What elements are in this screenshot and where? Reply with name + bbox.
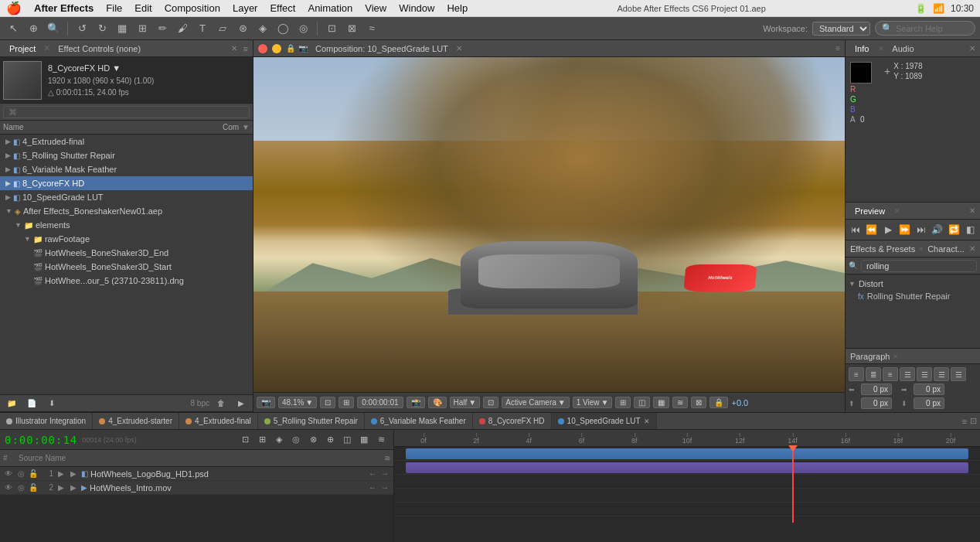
loop-btn[interactable]: 🔁	[948, 223, 961, 237]
last-frame-btn[interactable]: ⏭	[914, 223, 927, 237]
snap-tool[interactable]: ⊠	[343, 20, 360, 37]
justify-right-btn[interactable]: ☰	[934, 367, 949, 381]
timeline-tracks[interactable]: 0f 2f 4f 6f 8f 10f 12f 14f 16f 18f 20f	[394, 430, 980, 542]
layer-lock-btn[interactable]: 🔓	[28, 469, 39, 479]
tl-tab-rolling-shutter[interactable]: 5_Rolling Shutter Repair	[258, 413, 365, 429]
align-right-btn[interactable]: ≡	[883, 367, 898, 381]
view-dropdown[interactable]: 1 View ▼	[573, 397, 613, 408]
effects-presets-tab[interactable]: Effects & Presets	[850, 244, 915, 254]
new-folder-btn[interactable]: 📁	[3, 395, 20, 412]
project-item[interactable]: ▼ 📁 elements	[0, 218, 253, 232]
first-frame-btn[interactable]: ⏮	[849, 223, 862, 237]
pen-tool[interactable]: ✏	[154, 20, 171, 37]
menu-view[interactable]: View	[365, 2, 386, 14]
undo-tool[interactable]: ↺	[73, 20, 90, 37]
menu-help[interactable]: Help	[447, 2, 468, 14]
layer-in-btn[interactable]: ←	[367, 482, 378, 493]
right-arrow-btn[interactable]: ▶	[233, 395, 250, 412]
space-before-input[interactable]	[861, 397, 892, 409]
new-comp-btn[interactable]: 📄	[23, 395, 40, 412]
close-btn[interactable]	[258, 44, 267, 53]
info-panel-close[interactable]: ✕	[969, 44, 975, 53]
selection-tool[interactable]: ↖	[5, 20, 22, 37]
tl-tool-3[interactable]: ◈	[271, 432, 287, 448]
play-btn[interactable]: ▶	[882, 223, 895, 237]
redo-tool[interactable]: ↻	[94, 20, 111, 37]
ep-search-input[interactable]	[861, 260, 977, 272]
project-item[interactable]: ▼ ◈ After Effects_BoneshakerNew01.aep	[0, 204, 253, 218]
project-item[interactable]: ▶ ◧ 10_SpeedGrade LUT	[0, 190, 253, 204]
apple-menu[interactable]: 🍎	[6, 1, 22, 15]
layer-solo-btn[interactable]: ◎	[15, 482, 26, 493]
justify-left-btn[interactable]: ☰	[900, 367, 915, 381]
effect-controls-tab[interactable]: Effect Controls (none)	[53, 43, 145, 55]
expand-btn-2[interactable]: ▶	[68, 482, 79, 493]
tl-tab-mask-feather[interactable]: 6_Variable Mask Feather	[365, 413, 473, 429]
menu-edit[interactable]: Edit	[134, 2, 151, 14]
align-center-btn[interactable]: ≣	[866, 367, 881, 381]
quality-dropdown[interactable]: Half ▼	[450, 397, 481, 408]
fit-btn[interactable]: ⊡	[320, 397, 335, 408]
grid-btn[interactable]: ⊞	[339, 397, 354, 408]
tl-tool-2[interactable]: ⊞	[254, 432, 270, 448]
comp-viewport[interactable]: HotWheels	[254, 57, 845, 392]
shape-tool[interactable]: ▱	[214, 20, 231, 37]
tl-tab-cycoreFX[interactable]: 8_CycoreFX HD	[473, 413, 552, 429]
menu-effect[interactable]: Effect	[270, 2, 295, 14]
rotation-tool[interactable]: ⊕	[25, 20, 42, 37]
trash-btn[interactable]: 🗑	[213, 395, 230, 412]
layer-out-btn[interactable]: →	[379, 469, 390, 479]
snapshot-btn[interactable]: 📷	[257, 397, 275, 408]
search-input[interactable]	[896, 24, 973, 33]
tl-solo-btn[interactable]: ≡	[962, 417, 967, 426]
project-item[interactable]: ▶ ◧ 5_Rolling Shutter Repair	[0, 148, 253, 162]
menu-animation[interactable]: Animation	[308, 2, 352, 14]
tl-tab-speedgrade[interactable]: 10_SpeedGrade LUT ✕	[552, 413, 657, 429]
project-item-selected[interactable]: ▶ ◧ 8_CycoreFX HD	[0, 176, 253, 190]
expr-tool[interactable]: ≈	[363, 20, 380, 37]
transparency-btn[interactable]: ⊡	[483, 397, 499, 408]
eraser-tool[interactable]: ◯	[274, 20, 291, 37]
3d-btn[interactable]: ◫	[634, 397, 650, 408]
tl-tool-5[interactable]: ⊗	[305, 432, 321, 448]
panel-menu-btn[interactable]: ≡	[243, 44, 248, 53]
layer-lock-btn[interactable]: 🔓	[28, 482, 39, 493]
indent-left-input[interactable]	[861, 383, 892, 395]
ram-btn[interactable]: ◧	[964, 223, 977, 237]
text-tool[interactable]: T	[194, 20, 211, 37]
tl-tab-extruded-final[interactable]: 4_Extruded-final	[179, 413, 258, 429]
next-frame-btn[interactable]: ⏩	[898, 223, 911, 237]
project-item[interactable]: 🎬 HotWheels_BoneShaker3D_End	[0, 246, 253, 260]
minimize-btn[interactable]	[272, 44, 281, 53]
tl-tool-1[interactable]: ⊡	[237, 432, 253, 448]
menu-aftereffects[interactable]: After Effects	[34, 2, 94, 14]
layer-in-btn[interactable]: ←	[367, 469, 378, 479]
tl-comp-settings-btn[interactable]: ⊡	[970, 416, 977, 426]
align-left-btn[interactable]: ≡	[849, 367, 864, 381]
lock-view-btn[interactable]: 🔒	[709, 397, 728, 408]
tl-tab-illustrator[interactable]: Illustrator Integration	[0, 413, 93, 429]
tl-tool-8[interactable]: ▦	[356, 432, 372, 448]
character-tab[interactable]: Charact...	[927, 244, 965, 254]
tl-tab-close[interactable]: ✕	[644, 418, 650, 425]
project-search-input[interactable]	[3, 106, 250, 118]
workspace-select[interactable]: Standard	[812, 22, 870, 36]
expand-btn[interactable]: ▶	[56, 469, 66, 479]
expand-btn-2[interactable]: ▶	[68, 469, 79, 479]
expand-btn[interactable]: ▶	[56, 482, 66, 493]
menu-file[interactable]: File	[106, 2, 122, 14]
guide-btn[interactable]: ⊠	[691, 397, 706, 408]
layer-eye-btn[interactable]: 👁	[3, 469, 14, 479]
import-btn[interactable]: ⬇	[43, 395, 60, 412]
project-item[interactable]: 🎬 HotWhee...our_5 (23710-23811).dng	[0, 274, 253, 288]
effects-presets-close[interactable]: ✕	[969, 244, 975, 253]
translate-tool[interactable]: ⊡	[323, 20, 340, 37]
ram-preview-tool[interactable]: ▦	[114, 20, 131, 37]
comp-close-btn[interactable]: ✕	[456, 44, 462, 53]
camera-dropdown[interactable]: Active Camera ▼	[502, 397, 569, 408]
color-btn[interactable]: 🎨	[428, 397, 447, 408]
tl-tool-9[interactable]: ≋	[373, 432, 389, 448]
view-options-btn[interactable]: ⊞	[615, 397, 631, 408]
menu-window[interactable]: Window	[399, 2, 434, 14]
tl-tool-4[interactable]: ◎	[288, 432, 304, 448]
